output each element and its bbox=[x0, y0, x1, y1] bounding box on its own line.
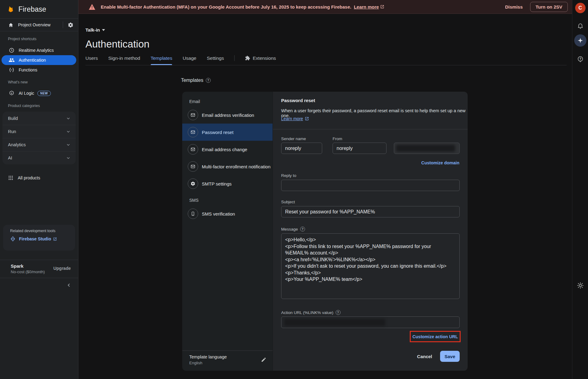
help-icon[interactable]: ? bbox=[206, 78, 211, 83]
category-analytics[interactable]: Analytics bbox=[2, 138, 76, 151]
sms-group-label: SMS bbox=[189, 198, 273, 203]
plan-section: Spark No-cost ($0/month) Upgrade bbox=[0, 260, 78, 278]
sparkle-icon bbox=[577, 37, 583, 44]
template-language-footer: Template language English bbox=[182, 350, 273, 371]
turn-on-2sv-button[interactable]: Turn on 2SV bbox=[530, 2, 568, 12]
mail-icon bbox=[188, 110, 198, 120]
collapse-sidebar-icon[interactable] bbox=[65, 281, 73, 289]
mail-icon bbox=[188, 161, 198, 172]
notifications-bell-icon[interactable] bbox=[577, 22, 584, 29]
template-item-mfa-enrollment[interactable]: Multi-factor enrollment notification bbox=[182, 158, 273, 175]
template-item-email-change[interactable]: Email address change bbox=[182, 141, 273, 158]
template-item-smtp-settings[interactable]: SMTP settings bbox=[182, 175, 273, 192]
svg-text:?: ? bbox=[579, 57, 581, 61]
mail-icon bbox=[188, 127, 198, 137]
from-input[interactable] bbox=[333, 143, 386, 154]
message-label-text: Message bbox=[281, 227, 298, 232]
help-icon[interactable]: ? bbox=[300, 227, 305, 232]
category-ai[interactable]: AI bbox=[2, 151, 76, 164]
section-label-categories: Product categories bbox=[8, 104, 78, 108]
firebase-flame-icon bbox=[7, 5, 15, 13]
sidebar-item-all-products[interactable]: All products bbox=[0, 173, 78, 183]
sender-name-label: Sender name bbox=[281, 136, 306, 141]
sidebar-item-ai-logic[interactable]: AI Logic NEW bbox=[2, 88, 76, 98]
chevron-down-icon bbox=[102, 29, 105, 31]
sidebar-item-realtime-analytics[interactable]: Realtime Analytics bbox=[2, 45, 76, 55]
sidebar-item-project-overview[interactable]: Project Overview bbox=[0, 19, 78, 31]
form-actions: Cancel Save bbox=[414, 351, 460, 362]
template-item-sms-verification[interactable]: SMS verification bbox=[182, 205, 273, 222]
chevron-down-icon bbox=[66, 129, 71, 134]
project-switcher[interactable]: Talk-in bbox=[85, 27, 105, 33]
template-item-label: SMS verification bbox=[202, 211, 235, 216]
template-item-label: Multi-factor enrollment notification bbox=[202, 164, 270, 169]
sidebar-item-authentication[interactable]: Authentication bbox=[2, 55, 76, 65]
template-language-value: English bbox=[189, 361, 227, 365]
sidebar-item-label: Authentication bbox=[19, 58, 46, 63]
help-icon[interactable]: ? bbox=[336, 310, 341, 315]
template-item-label: SMTP settings bbox=[202, 181, 232, 186]
project-settings-gear-icon[interactable] bbox=[63, 22, 78, 28]
gear-icon bbox=[188, 178, 198, 189]
tab-users[interactable]: Users bbox=[85, 51, 98, 65]
template-item-email-verification[interactable]: Email address verification bbox=[182, 106, 273, 124]
mail-icon bbox=[188, 144, 198, 155]
templates-card: Email Email address verification Passwor… bbox=[182, 92, 468, 371]
banner-message-text: Enable Multi-factor Authentication (MFA)… bbox=[101, 4, 351, 10]
tab-bar: Users Sign-in method Templates Usage Set… bbox=[85, 51, 567, 65]
category-build[interactable]: Build bbox=[2, 112, 76, 125]
form-learn-more-link[interactable]: Learn more bbox=[281, 116, 309, 121]
redacted-value bbox=[396, 145, 455, 152]
templates-title-text: Templates bbox=[181, 78, 203, 83]
tab-sign-in-method[interactable]: Sign-in method bbox=[108, 51, 140, 65]
section-label-whats-new: What's new bbox=[8, 80, 78, 84]
category-label: AI bbox=[8, 155, 12, 160]
sidebar-item-label: All products bbox=[18, 175, 40, 180]
functions-icon bbox=[9, 67, 15, 73]
cancel-button[interactable]: Cancel bbox=[414, 351, 435, 362]
sidebar: Firebase Project Overview Project shortc… bbox=[0, 0, 78, 379]
project-overview-label: Project Overview bbox=[18, 22, 51, 27]
chevron-down-icon bbox=[66, 116, 71, 121]
email-group-label: Email bbox=[189, 99, 273, 104]
learn-more-label: Learn more bbox=[281, 116, 303, 121]
related-tools-card: Related development tools Firebase Studi… bbox=[3, 225, 75, 251]
external-link-icon bbox=[380, 5, 384, 9]
edit-language-pencil-icon[interactable] bbox=[261, 357, 266, 362]
message-textarea[interactable]: <p>Hello,</p> <p>Follow this link to res… bbox=[281, 233, 460, 299]
tab-templates[interactable]: Templates bbox=[151, 51, 172, 65]
people-icon bbox=[9, 57, 15, 63]
dismiss-button[interactable]: Dismiss bbox=[500, 2, 528, 12]
template-item-password-reset[interactable]: Password reset bbox=[182, 124, 273, 141]
tab-usage[interactable]: Usage bbox=[183, 51, 196, 65]
firebase-brand[interactable]: Firebase bbox=[0, 0, 78, 19]
category-run[interactable]: Run bbox=[2, 125, 76, 138]
customize-domain-link[interactable]: Customize domain bbox=[421, 160, 459, 165]
banner-learn-more-link[interactable]: Learn more bbox=[354, 4, 384, 10]
grid-icon bbox=[8, 175, 13, 181]
firebase-studio-link[interactable]: Firebase Studio bbox=[10, 236, 75, 242]
reply-to-input[interactable] bbox=[281, 180, 460, 191]
sidebar-item-label: AI Logic bbox=[19, 91, 34, 96]
sender-name-input[interactable] bbox=[281, 143, 322, 154]
action-url-label-text: Action URL (%LINK% value) bbox=[281, 310, 334, 315]
sidebar-item-label: Realtime Analytics bbox=[19, 48, 54, 53]
sidebar-item-label: Functions bbox=[19, 67, 37, 72]
banner-message: Enable Multi-factor Authentication (MFA)… bbox=[101, 4, 384, 10]
template-language-label: Template language bbox=[189, 354, 227, 359]
help-icon[interactable]: ? bbox=[577, 56, 584, 63]
tab-extensions[interactable]: Extensions bbox=[245, 51, 276, 65]
action-url-label: Action URL (%LINK% value) ? bbox=[281, 310, 341, 315]
gemini-assistant-button[interactable] bbox=[574, 34, 586, 47]
subject-label: Subject bbox=[281, 200, 295, 204]
theme-toggle-sun-icon[interactable] bbox=[577, 282, 584, 289]
avatar[interactable]: C bbox=[575, 3, 586, 13]
template-item-label: Email address verification bbox=[202, 113, 254, 118]
annotation-highlight-box: Customize action URL bbox=[410, 331, 461, 342]
upgrade-button[interactable]: Upgrade bbox=[53, 266, 71, 271]
sidebar-item-functions[interactable]: Functions bbox=[2, 65, 76, 75]
save-button[interactable]: Save bbox=[440, 351, 460, 362]
subject-input[interactable] bbox=[281, 206, 460, 217]
customize-action-url-link[interactable]: Customize action URL bbox=[413, 334, 458, 339]
tab-settings[interactable]: Settings bbox=[207, 51, 224, 65]
